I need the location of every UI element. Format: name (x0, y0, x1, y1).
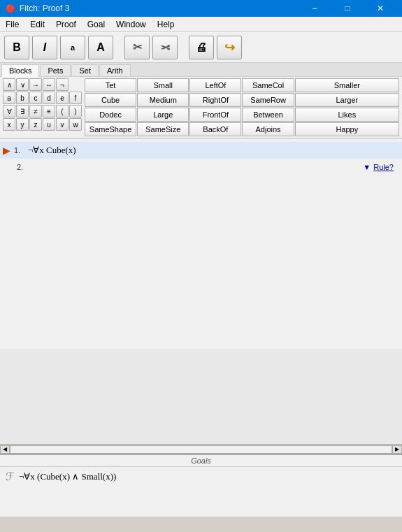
cut-right-button[interactable]: ✂ (152, 36, 178, 59)
italic-button[interactable]: I (32, 36, 57, 59)
sym-v[interactable]: v (56, 118, 69, 131)
tab-set[interactable]: Set (71, 64, 99, 76)
menu-goal[interactable]: Goal (82, 17, 110, 31)
proof-num-1: 1. (14, 146, 28, 154)
pred-adjoins[interactable]: Adjoins (242, 122, 294, 136)
pred-medium[interactable]: Medium (137, 93, 189, 107)
small-font-button[interactable]: a (60, 36, 85, 59)
pred-large[interactable]: Large (137, 108, 189, 122)
maximize-button[interactable]: □ (331, 0, 364, 17)
proof-rule-2[interactable]: ▼ Rule? (363, 163, 399, 171)
proof-arrow-1: ▶ (3, 145, 11, 156)
proof-content-1[interactable]: ¬∀x Cube(x) (28, 145, 399, 156)
logic-symbols-col: ∧ ∨ → ↔ ¬ a b c d e f ∀ ∃ ≠ (3, 78, 82, 136)
scroll-track[interactable] (10, 445, 392, 454)
goal-formula: ¬∀x (Cube(x) ∧ Small(x)) (19, 471, 116, 482)
sym-u[interactable]: u (43, 118, 55, 131)
cut-left-button[interactable]: ✂ (124, 36, 150, 59)
undo-button[interactable]: ↪ (217, 36, 242, 59)
menu-proof[interactable]: Proof (50, 17, 82, 31)
pred-leftof[interactable]: LeftOf (189, 78, 241, 92)
proof-line-2[interactable]: 2. ▼ Rule? (0, 159, 402, 175)
sym-d[interactable]: d (43, 92, 55, 104)
sym-y[interactable]: y (16, 118, 29, 131)
scroll-right-btn[interactable]: ▶ (392, 445, 402, 454)
rule-label[interactable]: Rule? (373, 163, 394, 171)
app-icon: 🔴 (6, 4, 15, 13)
pred-samecol[interactable]: SameCol (242, 78, 294, 92)
proof-line-1[interactable]: ▶ 1. ¬∀x Cube(x) (0, 142, 402, 159)
sym-arrow[interactable]: → (29, 78, 42, 91)
sym-lparen[interactable]: ( (56, 105, 69, 117)
sym-x[interactable]: x (3, 118, 15, 131)
sym-forall2[interactable]: ∀ (3, 105, 15, 117)
sym-equiv[interactable]: ≡ (43, 105, 55, 117)
pred-samesize[interactable]: SameSize (137, 122, 189, 136)
sym-f[interactable]: f (69, 92, 82, 104)
proof-lines-container: ▶ 1. ¬∀x Cube(x) 2. ▼ Rule? (0, 139, 402, 349)
sym-neg[interactable]: ¬ (56, 78, 69, 91)
minimize-button[interactable]: − (299, 0, 331, 17)
pred-dodec[interactable]: Dodec (85, 108, 136, 122)
title-bar-controls: − □ ✕ (299, 0, 396, 17)
menu-help[interactable]: Help (152, 17, 180, 31)
sym-rparen[interactable]: ) (69, 105, 82, 117)
menu-file[interactable]: File (0, 17, 24, 31)
pred-frontof[interactable]: FrontOf (189, 108, 241, 122)
pred-larger[interactable]: Larger (295, 93, 399, 107)
tab-arith[interactable]: Arith (99, 64, 131, 76)
sym-or[interactable]: ∨ (16, 78, 29, 91)
menu-window[interactable]: Window (110, 17, 152, 31)
pred-between[interactable]: Between (242, 108, 294, 122)
sym-b[interactable]: b (16, 92, 29, 104)
tab-pets[interactable]: Pets (40, 64, 71, 76)
scroll-left-btn[interactable]: ◀ (0, 445, 10, 454)
goals-content: ℱ ¬∀x (Cube(x) ∧ Small(x)) (0, 467, 402, 486)
symbol-keyboard: ∧ ∨ → ↔ ¬ a b c d e f ∀ ∃ ≠ (0, 77, 402, 138)
sym-exists2[interactable]: ∃ (16, 105, 29, 117)
goal-icon: ℱ (6, 470, 15, 483)
sym-w[interactable]: w (69, 118, 82, 131)
sym-iff[interactable]: ↔ (43, 78, 55, 91)
goals-area: Goals ℱ ¬∀x (Cube(x) ∧ Small(x)) (0, 454, 402, 517)
symbol-area: Blocks Pets Set Arith ∧ ∨ → ↔ ¬ a b c (0, 63, 402, 139)
pred-smaller[interactable]: Smaller (295, 78, 399, 92)
pred-rightof[interactable]: RightOf (189, 93, 241, 107)
sym-neq[interactable]: ≠ (29, 105, 42, 117)
tab-blocks[interactable]: Blocks (1, 64, 39, 77)
goals-header: Goals (0, 455, 402, 467)
proof-num-2: 2. (17, 163, 31, 171)
sym-z[interactable]: z (29, 118, 42, 131)
menu-edit[interactable]: Edit (24, 17, 50, 31)
large-font-button[interactable]: A (88, 36, 113, 59)
pred-sameshape[interactable]: SameShape (85, 122, 136, 136)
rule-dropdown-arrow[interactable]: ▼ (363, 163, 371, 171)
pred-small[interactable]: Small (137, 78, 189, 92)
predicate-grid: Tet Small LeftOf SameCol Smaller Cube Me… (85, 78, 399, 136)
proof-scroll-area[interactable]: ▶ 1. ¬∀x Cube(x) 2. ▼ Rule? (0, 139, 402, 444)
horizontal-scrollbar[interactable]: ◀ ▶ (0, 444, 402, 454)
close-button[interactable]: ✕ (364, 0, 396, 17)
pred-cube[interactable]: Cube (85, 93, 136, 107)
pred-happy[interactable]: Happy (295, 122, 399, 136)
pred-likes[interactable]: Likes (295, 108, 399, 122)
pred-backof[interactable]: BackOf (189, 122, 241, 136)
pred-tet[interactable]: Tet (85, 78, 136, 92)
menu-bar: File Edit Proof Goal Window Help (0, 17, 402, 32)
title-bar-text: Fitch: Proof 3 (20, 3, 69, 13)
sym-a[interactable]: a (3, 92, 15, 104)
sym-c[interactable]: c (29, 92, 42, 104)
tab-bar: Blocks Pets Set Arith (0, 63, 402, 77)
bold-button[interactable]: B (4, 36, 29, 59)
print-button[interactable]: 🖨 (189, 36, 214, 59)
title-bar-left: 🔴 Fitch: Proof 3 (6, 3, 69, 13)
sym-e[interactable]: e (56, 92, 69, 104)
app-body: File Edit Proof Goal Window Help B I a A… (0, 17, 402, 517)
sym-and[interactable]: ∧ (3, 78, 15, 91)
title-bar: 🔴 Fitch: Proof 3 − □ ✕ (0, 0, 402, 17)
toolbar: B I a A ✂ ✂ 🖨 ↪ (0, 32, 402, 63)
pred-samerow[interactable]: SameRow (242, 93, 294, 107)
